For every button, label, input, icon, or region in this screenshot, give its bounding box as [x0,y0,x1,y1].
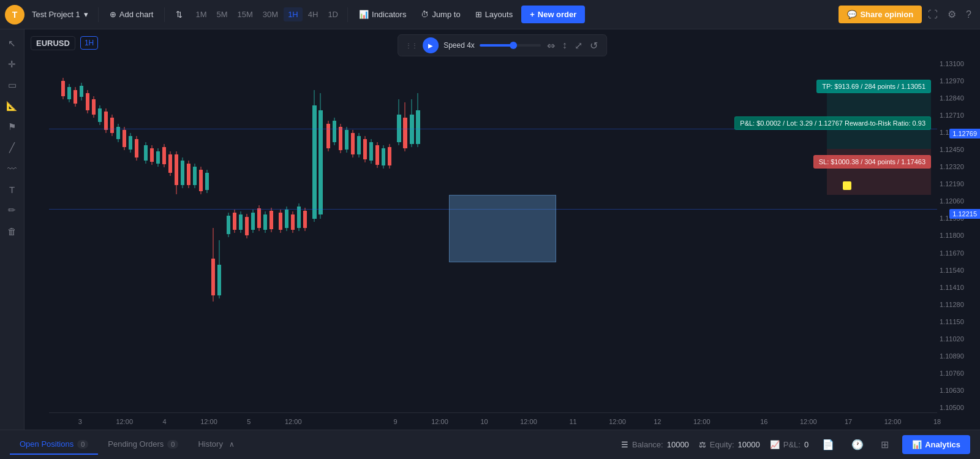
price-tag-1: 1.12769 [949,129,980,138]
cursor-tool[interactable]: ↖ [3,34,21,53]
drag-handle[interactable]: ⋮⋮ [405,42,418,49]
equity-display: ⚖ Equity: 10000 [699,440,760,449]
flag-tool[interactable]: ⚑ [3,118,21,136]
add-chart-button[interactable]: ⊕ Add chart [104,6,160,23]
tf-15m[interactable]: 15M [233,7,257,21]
balance-display: ☰ Balance: 10000 [621,440,689,449]
reset-icon[interactable]: ↺ [589,39,599,53]
help-button[interactable]: ? [962,6,975,24]
layouts-button[interactable]: ⊞ Layouts [469,6,519,23]
cursor-indicator [843,181,851,190]
analytics-button[interactable]: 📊 Analytics [902,435,970,454]
clock-button[interactable]: 🕐 [848,435,867,454]
trend-line-tool[interactable]: ╱ [3,138,21,157]
tf-1d[interactable]: 1D [323,7,342,21]
price-tag-2: 1.12215 [949,209,980,219]
move-left-icon[interactable]: ⇔ [546,39,556,53]
tab-history[interactable]: History ∧ [188,434,244,455]
main-area: ↖ ✛ ▭ 📐 ⚑ ╱ 〰 T ✏ 🗑 EURUSD 1H ⋮⋮ ▶ Speed… [0,29,980,430]
play-button[interactable]: ▶ [423,37,439,53]
project-selector[interactable]: Test Project 1 ▾ [27,7,93,21]
divider [347,7,348,22]
tp-box: TP: $913.69 / 284 points / 1.13051 [816,80,931,93]
settings-button[interactable]: ⚙ [944,5,960,24]
speed-label: Speed 4x [443,41,475,50]
pnl-display: 📈 P&L: 0 [770,440,809,449]
divider [164,7,165,22]
price-scale: 1.13100 1.12970 1.12840 1.12710 1.12580 … [937,29,980,430]
symbol-badge[interactable]: EURUSD [31,36,75,50]
tf-5m[interactable]: 5M [212,7,232,21]
blue-rectangle[interactable] [449,195,556,262]
tab-open-positions[interactable]: Open Positions 0 [10,434,98,455]
brush-tool[interactable]: ✏ [3,201,21,219]
top-toolbar: T Test Project 1 ▾ ⊕ Add chart ⇅ 1M 5M 1… [0,0,980,29]
pl-box: P&L: $0.0002 / Lot: 3.29 / 1.12767 Rewar… [734,116,931,130]
speed-thumb [510,42,517,49]
divider [98,7,99,22]
delete-tool[interactable]: 🗑 [3,222,21,240]
open-positions-badge: 0 [77,440,88,449]
share-opinion-button[interactable]: 💬 Share opinion [839,6,922,23]
tf-1h[interactable]: 1H [284,7,303,21]
pending-orders-badge: 0 [167,440,178,449]
bottom-panel: Open Positions 0 Pending Orders 0 Histor… [0,430,980,459]
zoom-icon[interactable]: ⤢ [573,39,584,53]
chart-container: EURUSD 1H ⋮⋮ ▶ Speed 4x ⇔ ↕ ⤢ ↺ TP: $913… [24,29,980,430]
replay-bar: ⋮⋮ ▶ Speed 4x ⇔ ↕ ⤢ ↺ [398,34,607,56]
grid-button[interactable]: ⊞ [877,435,892,454]
app-logo[interactable]: T [5,5,24,25]
indicators-button[interactable]: 📊 Indicators [353,6,412,23]
rectangle-tool[interactable]: ▭ [3,76,21,94]
speed-slider[interactable] [480,44,541,47]
time-scale: 3 12:00 4 12:00 5 12:00 9 12:00 10 12:00… [49,412,937,430]
crosshair-tool[interactable]: ✛ [3,55,21,74]
text-tool[interactable]: T [3,180,21,199]
new-order-button[interactable]: + New order [521,6,585,23]
pattern-tool[interactable]: 〰 [3,159,21,178]
tab-pending-orders[interactable]: Pending Orders 0 [98,434,188,455]
fullscreen-button[interactable]: ⛶ [924,6,941,24]
export-button[interactable]: 📄 [818,435,838,454]
tf-4h[interactable]: 4H [304,7,323,21]
left-sidebar: ↖ ✛ ▭ 📐 ⚑ ╱ 〰 T ✏ 🗑 [0,29,24,430]
bottom-right-info: ☰ Balance: 10000 ⚖ Equity: 10000 📈 P&L: … [621,435,970,454]
timeframe-badge[interactable]: 1H [80,36,98,50]
timeframe-group: 1M 5M 15M 30M 1H 4H 1D [191,7,342,21]
jump-to-button[interactable]: ⏱ Jump to [415,6,466,23]
tf-1m[interactable]: 1M [191,7,211,21]
move-vertical-icon[interactable]: ↕ [561,39,568,52]
compare-button[interactable]: ⇅ [170,6,189,23]
speed-fill [480,44,513,47]
measure-tool[interactable]: 📐 [3,97,21,115]
sl-box: SL: $1000.38 / 304 points / 1.17463 [813,155,931,169]
tf-30m[interactable]: 30M [258,7,282,21]
